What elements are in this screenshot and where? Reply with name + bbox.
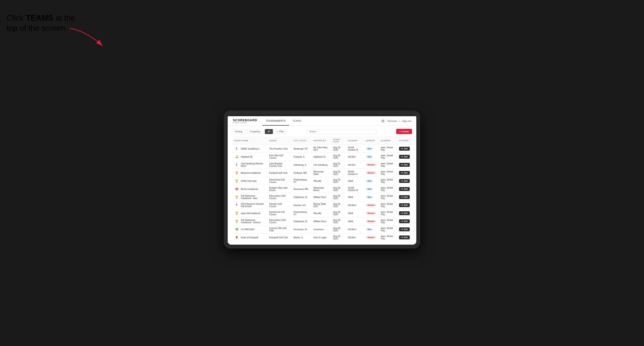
cell-hosted-by: Vincennes: [311, 225, 331, 233]
gender-badge: Women: [366, 171, 376, 174]
cell-division: NAIA: [346, 177, 364, 185]
cell-start-date: Aug 28, 2023: [331, 177, 346, 185]
cell-division: NICAA II: [346, 201, 364, 209]
filter-icon: ≡: [277, 130, 278, 133]
pencil-icon: ✏: [401, 228, 403, 230]
cell-hosted-by: Murray State (OK): [311, 201, 331, 209]
cell-venue: StoneCrest Golf Course: [267, 177, 291, 185]
cell-scoring: team, Stroke Play: [378, 193, 397, 201]
cell-event-name: 🏌 MSMC Qualifying 1: [232, 145, 267, 153]
edit-button[interactable]: ✏ Edit: [399, 155, 410, 159]
cell-start-date: Aug 28, 2023: [331, 233, 346, 242]
edit-button[interactable]: ✏ Edit: [399, 163, 410, 167]
cell-actions: ✏ Edit: [397, 217, 412, 225]
pencil-icon: ✏: [401, 180, 403, 182]
edit-button[interactable]: ✏ Edit: [399, 219, 410, 223]
edit-label: Edit: [404, 156, 408, 158]
cell-actions: ✏ Edit: [397, 169, 412, 177]
pencil-icon: ✏: [401, 164, 403, 166]
edit-label: Edit: [404, 180, 408, 182]
gender-badge: Men: [366, 187, 373, 190]
cell-start-date: Aug 28, 2023: [331, 201, 346, 209]
table-row: 🏆 UPKE Fall Invite StoneCrest Golf Cours…: [232, 177, 412, 185]
event-name-text: Morris Invitational: [241, 188, 258, 190]
create-button[interactable]: + Create: [396, 129, 412, 134]
edit-button[interactable]: ✏ Edit: [399, 171, 410, 175]
pencil-icon: ✏: [401, 196, 403, 198]
search-input[interactable]: [306, 129, 376, 134]
gender-badge: Men: [366, 195, 373, 199]
cell-event-name: 🏆 UPKE Fall Invite: [232, 177, 267, 185]
tab-teams[interactable]: TEAMS: [289, 116, 305, 126]
cell-division: NICAA II: [346, 225, 364, 233]
tab-tournaments[interactable]: TOURNAMENTS: [262, 116, 289, 126]
cell-event-name: 🎯 Morris Invitational: [232, 185, 267, 193]
event-name-text: UPKE Fall Invite: [241, 180, 257, 182]
logo-area: SCOREBOARD Powered by clippit: [233, 118, 257, 123]
cell-city-state: Oskaloosa, IA: [292, 217, 311, 225]
team-icon: 🏆: [234, 211, 239, 216]
all-button[interactable]: All: [265, 129, 273, 134]
cell-division: NICAA I: [346, 233, 364, 242]
edit-button[interactable]: ✏ Edit: [399, 235, 410, 239]
cell-gender: Men: [364, 145, 378, 153]
cell-event-name: ⛳ Highland 36: [232, 153, 267, 161]
cell-hosted-by: Minnesota-Morris: [311, 185, 331, 193]
cell-event-name: 🌿 VU PREVIEW: [232, 225, 267, 233]
cell-start-date: Aug 28, 2023: [331, 169, 346, 177]
gender-badge: Men: [366, 228, 373, 231]
cell-scoring: team, Stroke Play: [378, 161, 397, 169]
table-row: 🏆 upike fall invitational StoneCrest Gol…: [232, 209, 412, 217]
filter-button[interactable]: ≡ Filter: [275, 129, 286, 134]
cell-hosted-by: William Penn: [311, 217, 331, 225]
edit-button[interactable]: ✏ Edit: [399, 179, 410, 183]
cell-city-state: Newburgh, NY: [292, 145, 311, 153]
cell-division: NAIA: [346, 193, 364, 201]
competing-button[interactable]: Competing: [247, 129, 263, 134]
col-start-date: START DATE: [331, 137, 346, 145]
cell-city-state: Prestonsburg, KY: [292, 209, 311, 217]
cell-city-state: Prestonsburg, KY: [292, 177, 311, 185]
edit-button[interactable]: ✏ Edit: [399, 227, 410, 231]
cell-scoring: team, Stroke Play: [378, 185, 397, 193]
cell-division: NCAA Division III: [346, 145, 364, 153]
app-header: SCOREBOARD Powered by clippit TOURNAMENT…: [228, 116, 416, 126]
table-row: 🏆 Maverick Invitational Faribault Golf C…: [232, 169, 412, 177]
edit-label: Edit: [404, 172, 408, 174]
settings-icon[interactable]: ⚙: [381, 119, 385, 123]
cell-start-date: Aug 24, 2023: [331, 145, 346, 153]
team-icon: 🎖: [234, 203, 239, 207]
team-icon: 🏆: [234, 219, 239, 224]
pencil-icon: ✏: [401, 148, 403, 150]
cell-actions: ✏ Edit: [397, 201, 412, 209]
cell-hosted-by: Carl Sandburg: [311, 161, 331, 169]
edit-button[interactable]: ✏ Edit: [399, 203, 410, 207]
cell-event-name: 🏆 Fall Statesmen Invitational - Women: [232, 217, 267, 225]
edit-label: Edit: [404, 148, 408, 150]
edit-label: Edit: [404, 204, 408, 206]
gender-badge: Women: [366, 220, 376, 223]
cell-gender: Men: [364, 185, 378, 193]
cell-venue: Faribault Golf Club: [267, 169, 291, 177]
table-row: 🎖 2023 Women's Hesston Fall Kickoff Hess…: [232, 201, 412, 209]
edit-button[interactable]: ✏ Edit: [399, 211, 410, 215]
logo-title: SCOREBOARD: [233, 118, 257, 122]
event-name-text: upike fall invitational: [241, 212, 260, 214]
table-container: EVENT NAME VENUE CITY, STATE HOSTED BY S…: [232, 137, 412, 242]
event-name-text: Maverick Invitational: [241, 172, 261, 174]
cell-actions: ✏ Edit: [397, 193, 412, 201]
cell-event-name: 🏌 Carl Sandburg Women FA23: [232, 161, 267, 169]
edit-button[interactable]: ✏ Edit: [399, 195, 410, 199]
cell-scoring: team, Stroke Play: [378, 225, 397, 233]
sign-out-link[interactable]: Sign out: [402, 120, 411, 122]
cell-actions: ✏ Edit: [397, 233, 412, 242]
edit-button[interactable]: ✏ Edit: [399, 187, 410, 191]
cell-gender: Women: [364, 233, 378, 242]
header-right: ⚙ Test User | Sign out: [381, 119, 411, 123]
cell-division: NAIA: [346, 217, 364, 225]
gender-badge: Women: [366, 212, 376, 215]
edit-button[interactable]: ✏ Edit: [399, 147, 410, 151]
cell-division: NAIA: [346, 209, 364, 217]
hosting-button[interactable]: Hosting: [232, 129, 245, 134]
cell-event-name: 🏆 Fall Statesmen Invitational - Men: [232, 193, 267, 201]
